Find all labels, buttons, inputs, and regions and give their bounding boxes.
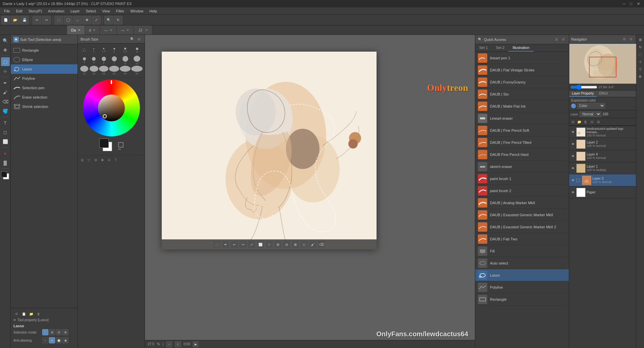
brush-size-3[interactable]: 3 <box>131 46 143 55</box>
tool-zoom[interactable]: 🔍 <box>1 36 10 45</box>
brush-item-matte-flat-ink[interactable]: DAUB | Matte Flat Ink <box>475 100 569 112</box>
brush-item-fill[interactable]: Fill <box>475 245 569 257</box>
bottom-tool-4[interactable]: ✱ <box>99 157 105 163</box>
tab-d[interactable]: d ✕ <box>85 25 100 35</box>
tab-d-close[interactable]: ✕ <box>93 28 96 32</box>
canvas-btn-12[interactable]: 🖌 <box>309 241 316 248</box>
brush-item-funny-granny[interactable]: DAUB | FunnyGranny <box>475 76 569 88</box>
layer-row-paper[interactable]: 👁 Paper <box>569 186 636 198</box>
toolbar-save[interactable]: 💾 <box>20 16 29 24</box>
brush-size-20[interactable]: 20 <box>90 66 99 75</box>
tool-shape[interactable]: ◻ <box>1 128 10 136</box>
anti-btn-strong[interactable]: ⬤ <box>56 337 62 343</box>
maximize-btn[interactable]: □ <box>629 2 634 6</box>
brush-item-fab-two[interactable]: DAUB | Fab Two <box>475 233 569 245</box>
brush-size-1[interactable]: 1 <box>90 46 99 55</box>
layer-lock-3[interactable] <box>576 179 580 182</box>
tab-5[interactable]: 𝓤 ✕ <box>134 25 152 35</box>
menu-help[interactable]: Help <box>147 8 160 14</box>
new-folder-btn[interactable]: 📁 <box>576 119 582 125</box>
tab-3[interactable]: — ✕ <box>100 25 117 35</box>
canvas-btn-10[interactable]: ⊠ <box>292 241 299 248</box>
zoom-minus[interactable]: − <box>166 341 172 347</box>
brush-size-50[interactable]: 50 <box>131 66 143 75</box>
subtool-lasso[interactable]: Lasso <box>11 64 78 74</box>
navigator-preview[interactable] <box>569 44 636 84</box>
canvas-background[interactable]: lewd 64 ⬚ ✒ ↩ ↪ ⤢ ⬜ ⊹ ⊞ ⊟ ⊠ ◻ 🖌 <box>162 52 377 249</box>
brush-size-8[interactable]: 8 <box>120 56 131 65</box>
sel-btn-intersect[interactable]: ⊠ <box>62 329 68 335</box>
layer-row-4[interactable]: 👁 Layer 4 100 % Normal <box>569 150 636 162</box>
brush-item-lasso[interactable]: Lasso <box>475 269 569 281</box>
subtool-erase-selection[interactable]: Erase selection <box>11 93 78 102</box>
canvas-btn-13[interactable]: ⌫ <box>318 241 325 248</box>
brush-item-sketch-eraser[interactable]: sketch eraser <box>475 161 569 173</box>
canvas-btn-1[interactable]: ⬚ <box>213 241 220 248</box>
layer-eye-paper[interactable]: 👁 <box>571 190 575 195</box>
layer-eye-3[interactable]: 👁 <box>571 178 575 183</box>
brush-size-7[interactable]: 7 <box>109 56 119 65</box>
layer-eye-4[interactable]: 👁 <box>571 154 575 159</box>
brush-size-10[interactable]: 10 <box>131 56 143 65</box>
toolbar-zoom-in[interactable]: 🔍 <box>104 16 113 24</box>
anti-btn-weak[interactable]: ● <box>49 337 55 343</box>
options-icon1[interactable]: ⚙ <box>13 311 19 317</box>
tool-frame[interactable]: ⬜ <box>1 137 10 146</box>
tool-move[interactable]: ✥ <box>1 46 10 54</box>
zoom-plus[interactable]: + <box>175 341 181 347</box>
extra-btn-6[interactable]: ⚙ <box>637 73 644 80</box>
subtool-rectangle[interactable]: Rectangle <box>11 46 78 55</box>
canvas-btn-7[interactable]: ⊹ <box>265 241 273 248</box>
canvas-btn-4[interactable]: ↪ <box>239 241 247 248</box>
tool-eraser[interactable]: ⌫ <box>1 97 10 106</box>
sel-btn-subtract[interactable]: ⊟ <box>56 329 62 335</box>
brush-item-auto-select[interactable]: Auto select <box>475 257 569 269</box>
bottom-tool-1[interactable]: ⊞ <box>79 157 85 163</box>
menu-file[interactable]: File <box>1 8 13 14</box>
effect-tab[interactable]: Effect <box>597 91 610 97</box>
menu-window[interactable]: Window <box>128 8 146 14</box>
new-layer-btn[interactable]: ⊞ <box>570 119 576 125</box>
brush-item-lineart-eraser[interactable]: Lineart eraser <box>475 112 569 124</box>
layer-eye-1[interactable]: 👁 <box>571 166 575 171</box>
canvas-btn-6[interactable]: ⬜ <box>257 241 264 248</box>
toolbar-move[interactable]: ✥ <box>83 16 91 24</box>
brush-item-paint-brush-1[interactable]: paint brush 1 <box>475 173 569 185</box>
subtool-selection-pen[interactable]: Selection pen <box>11 83 78 93</box>
menu-filter[interactable]: Filter <box>113 8 127 14</box>
options-icon4[interactable]: 🗑 <box>36 311 42 317</box>
menu-story[interactable]: Story(P) <box>26 8 45 14</box>
menu-select[interactable]: Select <box>83 8 99 14</box>
tool-auto-select[interactable]: ⊹ <box>1 67 10 75</box>
layer-property-tab[interactable]: Layer Property <box>569 91 597 97</box>
foreground-color-swatch[interactable] <box>99 138 109 148</box>
brush-item-sto[interactable]: DAUB | Sto <box>475 88 569 100</box>
toolbar-select-rect[interactable]: ⬚ <box>54 16 63 24</box>
brush-size-30[interactable]: 30 <box>109 66 119 75</box>
layer-eye-logo[interactable]: 👁 <box>571 130 575 134</box>
nav-icon1[interactable]: ⊞ <box>621 36 627 42</box>
options-icon2[interactable]: 📋 <box>21 311 27 317</box>
layer-row-1[interactable]: 👁 Layer 1 100 % Multiply <box>569 162 636 174</box>
blend-mode-select[interactable]: Normal Multiply Screen Overlay <box>580 111 601 117</box>
transparent-swatch[interactable] <box>118 142 123 148</box>
menu-view[interactable]: View <box>99 8 113 14</box>
expression-color-select[interactable]: Color Gray Monochrome <box>577 103 605 109</box>
brush-item-fine-pencil-tilted[interactable]: DAUB | Fine Pencil Tilted <box>475 136 569 149</box>
nav-icon2[interactable]: ⚙ <box>628 36 634 42</box>
tool-fill[interactable]: 🪣 <box>1 107 10 115</box>
tool-gradient[interactable]: ▓ <box>1 158 10 167</box>
tool-text[interactable]: T <box>1 118 10 127</box>
delete-layer-btn[interactable]: 🗑 <box>583 119 589 125</box>
set-tab-illustration[interactable]: Illustration <box>508 44 533 52</box>
set-tab-2[interactable]: Set 2 <box>492 44 509 52</box>
brush-size-25[interactable]: 25 <box>99 66 108 75</box>
duplicate-layer-btn[interactable]: ⊟ <box>589 119 595 125</box>
extra-btn-4[interactable]: ⊹ <box>637 58 644 65</box>
toolbar-new[interactable]: 📄 <box>1 16 10 24</box>
anti-btn-custom[interactable]: ◉ <box>62 337 68 343</box>
toolbar-lasso[interactable]: ⌓ <box>73 16 82 24</box>
toolbar-redo[interactable]: ↪ <box>42 16 51 24</box>
toolbar-undo[interactable]: ↩ <box>33 16 41 24</box>
window-controls[interactable]: ─ □ ✕ <box>622 2 641 6</box>
